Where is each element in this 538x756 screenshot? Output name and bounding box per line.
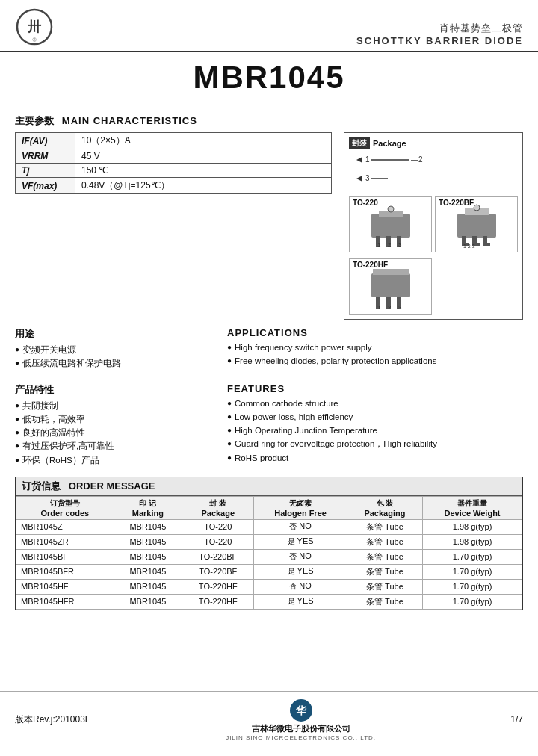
order-packaging: 条管 Tube	[347, 594, 422, 609]
order-table-header-row: 订货型号 Order codes 印 记 Marking 封 装 Package…	[16, 496, 522, 519]
order-marking: MBR1045	[114, 534, 182, 549]
order-marking: MBR1045	[114, 579, 182, 594]
svg-rect-19	[457, 214, 496, 238]
order-weight: 1.98 g(typ)	[423, 519, 522, 534]
list-item: 变频开关电源	[15, 344, 212, 356]
table-row: MBR1045HFR MBR1045 TO-220HF 是 YES 条管 Tub…	[16, 594, 522, 609]
order-package: TO-220	[182, 519, 254, 534]
list-item: 低压续流电路和保护电路	[15, 357, 212, 369]
svg-rect-30	[373, 269, 409, 275]
order-weight: 1.70 g(typ)	[423, 564, 522, 579]
svg-text:1: 1	[377, 241, 381, 248]
col-marking: 印 记 Marking	[114, 496, 182, 519]
order-package: TO-220	[182, 534, 254, 549]
table-row: MBR1045HF MBR1045 TO-220HF 否 NO 条管 Tube …	[16, 579, 522, 594]
order-marking: MBR1045	[114, 564, 182, 579]
characteristics-table: IF(AV)10（2×5）AVRRM45 VTj150 ℃VF(max)0.48…	[15, 132, 332, 194]
to220hf-svg: 1 2 3	[365, 262, 416, 311]
order-marking: MBR1045	[114, 594, 182, 609]
svg-text:卅: 卅	[27, 19, 42, 34]
package-images: TO-220 1	[349, 196, 518, 315]
order-packaging: 条管 Tube	[347, 534, 422, 549]
svg-text:华: 华	[295, 704, 307, 716]
char-value: 150 ℃	[75, 164, 332, 178]
char-value: 45 V	[75, 149, 332, 164]
app-title-en: APPLICATIONS	[227, 327, 523, 338]
pin-diagram: 1 —2 3	[349, 152, 518, 193]
footer-logo: 华 吉林华微电子股份有限公司 JILIN SINO MICROELECTRONI…	[226, 698, 376, 741]
order-hf: 是 YES	[254, 564, 347, 579]
svg-point-21	[474, 205, 480, 211]
svg-rect-10	[371, 214, 410, 238]
list-item: 有过压保护环,高可靠性	[15, 440, 212, 452]
svg-text:3: 3	[365, 174, 370, 182]
svg-text:1 2 3: 1 2 3	[463, 244, 475, 249]
svg-rect-24	[483, 236, 487, 244]
order-hf: 是 YES	[254, 534, 347, 549]
to220bf-svg: 1 2 3	[451, 200, 502, 249]
order-hf: 否 NO	[254, 579, 347, 594]
to220-svg: 1 2 3	[365, 200, 416, 249]
chinese-title: 肖特基势垒二极管	[356, 22, 523, 35]
list-item: 共阴接制	[15, 400, 212, 412]
feat-title-cn: 产品特性	[15, 383, 212, 397]
svg-text:®: ®	[32, 37, 37, 43]
order-packaging: 条管 Tube	[347, 564, 422, 579]
col-package: 封 装 Package	[182, 496, 254, 519]
order-code: MBR1045HF	[16, 579, 114, 594]
col-weight: 器件重量 Device Weight	[423, 496, 522, 519]
part-number-section: MBR1045	[0, 52, 538, 102]
order-packaging: 条管 Tube	[347, 519, 422, 534]
svg-rect-29	[371, 273, 410, 297]
svg-rect-22	[462, 236, 466, 244]
to220-image: TO-220 1	[349, 196, 432, 252]
footer-page: 1/7	[510, 714, 523, 725]
list-item: High Operating Junction Temperature	[227, 424, 523, 436]
list-item: RoHS product	[227, 452, 523, 464]
app-en-list: High frequency switch power supplyFree w…	[227, 341, 523, 367]
order-hf: 否 NO	[254, 519, 347, 534]
order-weight: 1.98 g(typ)	[423, 534, 522, 549]
order-weight: 1.70 g(typ)	[423, 594, 522, 609]
order-package: TO-220HF	[182, 594, 254, 609]
order-package: TO-220HF	[182, 579, 254, 594]
char-value: 10（2×5）A	[75, 133, 332, 149]
list-item: Guard ring for overvoltage protection，Hi…	[227, 438, 523, 450]
app-title-cn: 用途	[15, 327, 212, 341]
char-param: Tj	[16, 164, 75, 178]
order-code: MBR1045BF	[16, 549, 114, 564]
svg-text:2: 2	[388, 304, 392, 311]
svg-rect-23	[472, 236, 477, 244]
order-code: MBR1045HFR	[16, 594, 114, 609]
features-en: FEATURES Common cathode structureLow pow…	[227, 383, 523, 467]
order-marking: MBR1045	[114, 549, 182, 564]
order-code: MBR1045BFR	[16, 564, 114, 579]
footer-company-en: JILIN SINO MICROELECTRONICS CO., LTD.	[226, 734, 376, 741]
char-row: VF(max)0.48V（@Tj=125℃）	[16, 178, 332, 194]
col-packaging: 包 装 Packaging	[347, 496, 422, 519]
order-weight: 1.70 g(typ)	[423, 549, 522, 564]
order-code: MBR1045ZR	[16, 534, 114, 549]
applications-cn: 用途 变频开关电源低压续流电路和保护电路	[15, 327, 212, 371]
to220hf-image: TO-220HF 1 2 3	[349, 258, 432, 315]
package-box: 封装 Package 1 —2	[344, 132, 523, 320]
order-table: 订货型号 Order codes 印 记 Marking 封 装 Package…	[16, 496, 522, 610]
part-number: MBR1045	[0, 60, 538, 96]
main-char-title: 主要参数 MAIN CHARACTERISTICS	[15, 114, 523, 128]
char-row: IF(AV)10（2×5）A	[16, 133, 332, 149]
page-header: 卅 ® 肖特基势垒二极管 SCHOTTKY BARRIER DIODE	[0, 0, 538, 52]
order-header: 订货信息 ORDER MESSAGE	[16, 477, 522, 496]
order-hf: 否 NO	[254, 549, 347, 564]
page-footer: 版本Rev.j:201003E 华 吉林华微电子股份有限公司 JILIN SIN…	[0, 691, 538, 741]
svg-text:3: 3	[398, 241, 402, 248]
char-row: VRRM45 V	[16, 149, 332, 164]
pin-diagram-svg: 1 —2 3	[349, 152, 439, 193]
order-packaging: 条管 Tube	[347, 579, 422, 594]
footer-company-cn: 吉林华微电子股份有限公司	[252, 723, 350, 734]
col-halogen: 无卤素 Halogen Free	[254, 496, 347, 519]
svg-text:—2: —2	[411, 155, 423, 164]
characteristics-table-container: IF(AV)10（2×5）AVRRM45 VTj150 ℃VF(max)0.48…	[15, 132, 332, 320]
logo-icon: 卅 ®	[15, 7, 54, 46]
company-logo: 卅 ®	[15, 7, 54, 46]
svg-rect-27	[483, 243, 490, 246]
